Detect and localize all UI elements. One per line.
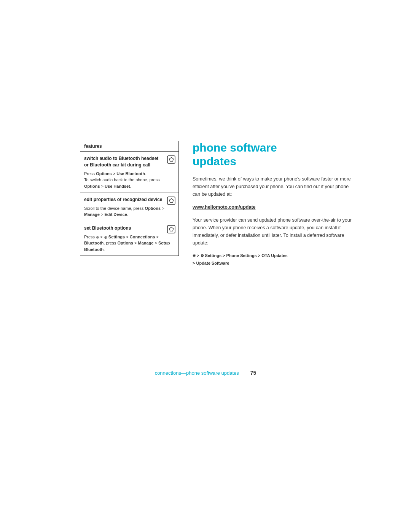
bluetooth-icon-3: ⬠ [167, 225, 175, 233]
footer-page-number: 75 [250, 370, 256, 376]
nav-symbol: ✵ [193, 254, 196, 258]
svg-text:⬠: ⬠ [169, 198, 174, 204]
feature-item-bluetooth-options: set Bluetooth options ⬠ Press ✵ > ⚙ Sett… [80, 221, 178, 256]
feature-body-3: Press ✵ > ⚙ Settings > Connections > Blu… [84, 234, 175, 253]
right-column: phone software updates Sometimes, we thi… [193, 141, 354, 267]
page-title: phone software updates [193, 141, 354, 168]
feature-title-1: switch audio to Bluetooth headset or Blu… [84, 155, 175, 168]
feature-title-3: set Bluetooth options [84, 225, 175, 232]
feature-item-bluetooth-audio: switch audio to Bluetooth headset or Blu… [80, 152, 178, 193]
bluetooth-icon-2: ⬠ [167, 197, 175, 205]
feature-body-2: Scroll to the device name, press Options… [84, 205, 175, 218]
feature-title-2: edit properties of recognized device [84, 197, 175, 203]
bluetooth-icon-1: ⬠ [167, 155, 175, 164]
svg-text:⬠: ⬠ [169, 157, 174, 163]
body-paragraph-1: Sometimes, we think of ways to make your… [193, 175, 354, 198]
feature-body-1: Press Options > Use Bluetooth. To switch… [84, 171, 175, 190]
body-paragraph-2: Your service provider can send updated p… [193, 216, 354, 247]
features-box: features switch audio to Bluetooth heads… [80, 141, 179, 256]
features-header: features [80, 141, 178, 152]
instruction-code: ✵ > ⚙ Settings > Phone Settings > OTA Up… [193, 252, 354, 267]
website-link: www.hellomoto.com/update [193, 203, 354, 211]
feature-item-edit-device: edit properties of recognized device ⬠ S… [80, 193, 178, 221]
content-area: features switch audio to Bluetooth heads… [80, 141, 354, 267]
footer: connections—phone software updates 75 [0, 370, 411, 376]
footer-breadcrumb: connections—phone software updates [155, 370, 239, 376]
page: features switch audio to Bluetooth heads… [0, 0, 411, 532]
svg-text:⬠: ⬠ [169, 226, 174, 232]
